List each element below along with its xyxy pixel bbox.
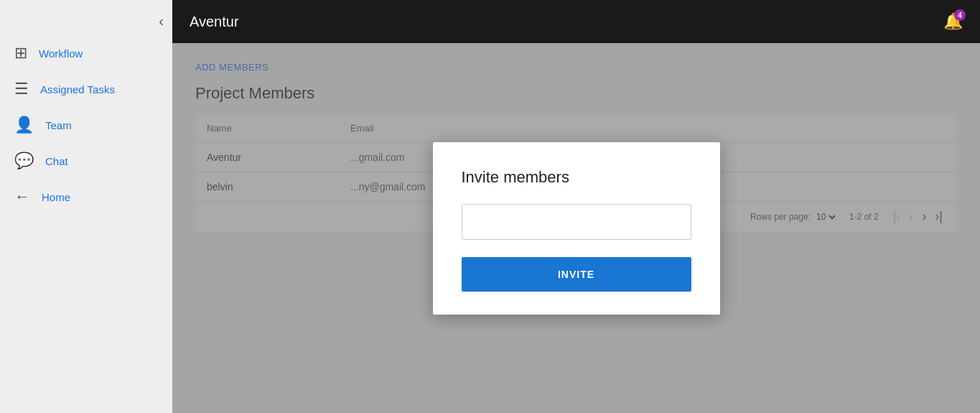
sidebar-item-label: Team <box>45 119 72 131</box>
sidebar: ‹ ⊞ Workflow ☰ Assigned Tasks 👤 Team 💬 C… <box>0 0 172 413</box>
sidebar-item-label: Home <box>42 191 70 203</box>
modal-title: Invite members <box>462 168 691 187</box>
sidebar-item-chat[interactable]: 💬 Chat <box>0 143 172 179</box>
sidebar-item-label: Assigned Tasks <box>40 83 115 96</box>
invite-button[interactable]: INVITE <box>462 257 691 292</box>
app-title: Aventur <box>190 14 239 30</box>
modal-overlay: Invite members INVITE <box>172 43 980 413</box>
header-actions: 🔔 4 <box>943 12 963 31</box>
sidebar-collapse-button[interactable]: ‹ <box>159 13 164 29</box>
assigned-tasks-icon: ☰ <box>14 80 29 98</box>
notification-badge: 4 <box>954 9 966 21</box>
workflow-icon: ⊞ <box>14 44 27 62</box>
invite-email-input[interactable] <box>462 204 691 240</box>
app-header: Aventur 🔔 4 <box>172 0 980 43</box>
notification-button[interactable]: 🔔 4 <box>943 12 963 31</box>
sidebar-item-workflow[interactable]: ⊞ Workflow <box>0 35 172 71</box>
invite-members-modal: Invite members INVITE <box>433 142 720 315</box>
main-content: Aventur 🔔 4 ADD MEMBERS Project Members … <box>172 0 980 413</box>
chat-icon: 💬 <box>14 152 34 170</box>
sidebar-item-label: Workflow <box>39 47 83 60</box>
sidebar-item-label: Chat <box>45 155 68 167</box>
sidebar-toggle-area: ‹ <box>0 7 172 35</box>
home-icon: ← <box>14 187 30 206</box>
team-icon: 👤 <box>14 116 34 134</box>
page-content: ADD MEMBERS Project Members Name Email A… <box>172 43 980 413</box>
sidebar-item-home[interactable]: ← Home <box>0 179 172 215</box>
sidebar-item-assigned-tasks[interactable]: ☰ Assigned Tasks <box>0 71 172 107</box>
sidebar-item-team[interactable]: 👤 Team <box>0 107 172 143</box>
